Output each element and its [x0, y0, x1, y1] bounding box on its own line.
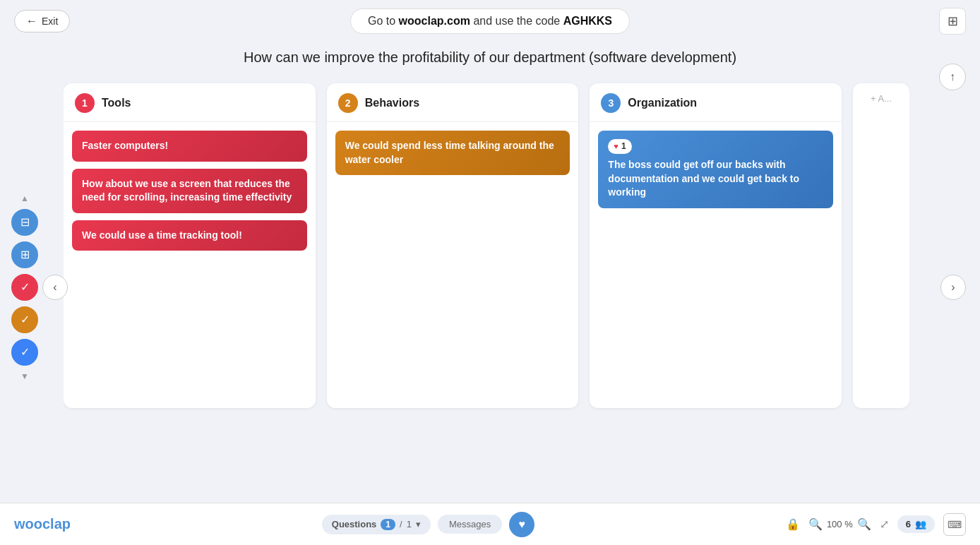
layout-icon: ⊟	[20, 215, 30, 229]
column-behaviors-number: 2	[338, 93, 358, 113]
messages-label: Messages	[449, 519, 491, 529]
chevron-down-icon: ▾	[416, 519, 421, 529]
code-url: wooclap.com	[399, 15, 470, 27]
participants-count: 6	[906, 519, 911, 529]
card-organization-1[interactable]: ♥ 1 The boss could get off our backs wit…	[598, 131, 833, 208]
grid-icon: ⊞	[948, 13, 958, 29]
code-value: AGHKKS	[563, 15, 612, 27]
participants-pill[interactable]: 6 👥	[897, 515, 935, 533]
keyboard-button[interactable]: ⌨	[943, 513, 966, 536]
join-code-banner: Go to wooclap.com and use the code AGHKK…	[350, 8, 630, 34]
column-organization-number: 3	[601, 93, 621, 113]
exit-label: Exit	[42, 16, 58, 27]
sidebar-layout-icon[interactable]: ⊟	[11, 209, 38, 236]
card-tools-2[interactable]: How about we use a screen that reduces t…	[72, 169, 307, 213]
column-tools-title: Tools	[102, 97, 131, 109]
zoom-control: 🔍 100 % 🔍	[808, 517, 871, 531]
questions-current: 1	[381, 519, 395, 530]
column-tools: 1 Tools Faster computers! How about we u…	[64, 83, 316, 408]
heart-icon: ♥	[518, 518, 525, 531]
nav-prev-button[interactable]: ‹	[42, 275, 68, 300]
add-column-panel: + A...	[853, 83, 909, 408]
sidebar-check-orange[interactable]: ✓	[11, 306, 38, 333]
column-behaviors-cards: We could spend less time talking around …	[327, 122, 579, 184]
fullscreen-button[interactable]: ⤢	[880, 517, 889, 531]
grid-icon: ⊞	[20, 248, 30, 261]
zoom-in-button[interactable]: 🔍	[857, 517, 871, 531]
lock-button[interactable]: 🔒	[786, 517, 800, 531]
columns-area: 1 Tools Faster computers! How about we u…	[64, 76, 909, 498]
sidebar-scroll-down[interactable]: ▼	[20, 371, 29, 381]
arrow-left-icon: ‹	[53, 281, 56, 294]
questions-total: 1	[407, 519, 412, 529]
arrow-right-icon: ›	[951, 281, 955, 294]
column-tools-number: 1	[75, 93, 95, 113]
participants-icon: 👥	[915, 519, 926, 529]
add-column-button[interactable]: + A...	[871, 93, 892, 104]
check-orange-icon: ✓	[20, 313, 30, 326]
column-behaviors: 2 Behaviors We could spend less time tal…	[327, 83, 579, 408]
keyboard-icon: ⌨	[948, 519, 962, 530]
header: ← Exit Go to wooclap.com and use the cod…	[0, 0, 980, 42]
code-middle: and use the code	[470, 15, 563, 27]
check-red-icon: ✓	[20, 280, 30, 294]
footer-center: Questions 1 / 1 ▾ Messages ♥	[322, 512, 534, 537]
card-tools-3[interactable]: We could use a time tracking tool!	[72, 220, 307, 251]
check-blue-icon: ✓	[20, 345, 30, 359]
arrow-left-icon: ←	[26, 15, 37, 28]
footer-logo: wooclap	[14, 516, 71, 532]
heart-button[interactable]: ♥	[509, 512, 534, 537]
exit-button[interactable]: ← Exit	[14, 10, 70, 32]
code-prefix: Go to	[368, 15, 399, 27]
sidebar-check-red[interactable]: ✓	[11, 274, 38, 301]
card-tools-1[interactable]: Faster computers!	[72, 131, 307, 162]
column-organization: 3 Organization ♥ 1 The boss could get of…	[590, 83, 842, 408]
column-behaviors-header: 2 Behaviors	[327, 83, 579, 122]
grid-view-button[interactable]: ⊞	[939, 8, 966, 35]
questions-separator: /	[400, 519, 402, 529]
sidebar-grid-icon[interactable]: ⊞	[11, 241, 38, 268]
column-organization-title: Organization	[628, 97, 697, 109]
column-behaviors-title: Behaviors	[365, 97, 419, 109]
card-behaviors-1[interactable]: We could spend less time talking around …	[335, 131, 570, 175]
nav-next-button[interactable]: ›	[940, 275, 966, 300]
main-content: ▲ ⊟ ⊞ ✓ ✓ ✓ ▼ ‹ 1 Tools	[0, 76, 980, 498]
column-organization-cards: ♥ 1 The boss could get off our backs wit…	[590, 122, 842, 217]
sidebar-check-blue[interactable]: ✓	[11, 339, 38, 366]
zoom-level: 100 %	[827, 519, 853, 529]
column-tools-cards: Faster computers! How about we use a scr…	[64, 122, 316, 259]
questions-label: Questions	[332, 519, 377, 529]
column-tools-header: 1 Tools	[64, 83, 316, 122]
question-title: How can we improve the profitability of …	[0, 42, 980, 76]
card-like-badge: ♥ 1	[608, 139, 631, 154]
messages-pill[interactable]: Messages	[438, 515, 502, 534]
footer: wooclap Questions 1 / 1 ▾ Messages ♥ 🔒 🔍…	[0, 503, 980, 545]
sidebar-scroll-up[interactable]: ▲	[20, 193, 29, 203]
footer-right: 🔒 🔍 100 % 🔍 ⤢ 6 👥 ⌨	[786, 513, 966, 536]
heart-icon: ♥	[614, 141, 619, 152]
column-organization-header: 3 Organization	[590, 83, 842, 122]
zoom-out-button[interactable]: 🔍	[808, 517, 823, 531]
questions-pill[interactable]: Questions 1 / 1 ▾	[322, 515, 431, 534]
